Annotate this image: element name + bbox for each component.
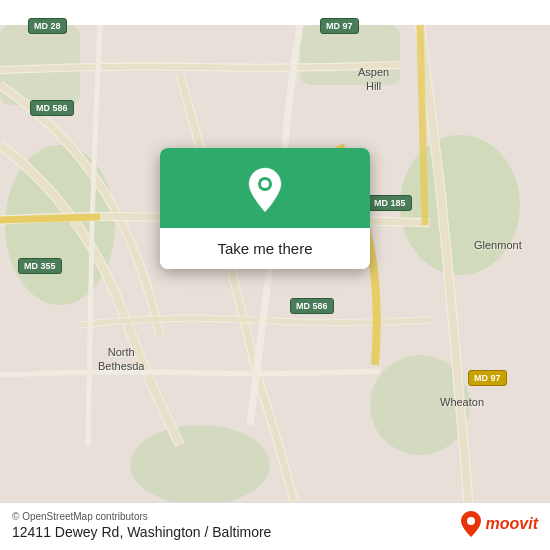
moovit-pin-icon [460,510,482,538]
road-badge-md28: MD 28 [28,18,67,34]
location-pin-icon [244,166,286,214]
svg-point-4 [130,425,270,505]
bottom-bar: © OpenStreetMap contributors 12411 Dewey… [0,502,550,550]
road-badge-md97-bottom: MD 97 [468,370,507,386]
place-north-bethesda: NorthBethesda [98,345,144,374]
place-aspen-hill: AspenHill [358,65,389,94]
svg-point-2 [400,135,520,275]
road-badge-md185: MD 185 [368,195,412,211]
road-badge-md97-top: MD 97 [320,18,359,34]
svg-point-9 [467,517,475,525]
take-me-there-button[interactable]: Take me there [160,228,370,269]
location-address: 12411 Dewey Rd, Washington / Baltimore [12,524,271,540]
map-background [0,0,550,550]
place-glenmont: Glenmont [474,238,522,252]
moovit-brand-text: moovit [486,515,538,533]
svg-point-8 [261,180,269,188]
road-badge-md355: MD 355 [18,258,62,274]
moovit-logo: moovit [460,510,538,538]
popup-card: Take me there [160,148,370,269]
popup-green-header [160,148,370,228]
road-badge-md586-left: MD 586 [30,100,74,116]
map-container: MD 28 MD 97 MD 586 MD 185 MD 355 MD 586 … [0,0,550,550]
place-wheaton: Wheaton [440,395,484,409]
road-badge-md586-center: MD 586 [290,298,334,314]
